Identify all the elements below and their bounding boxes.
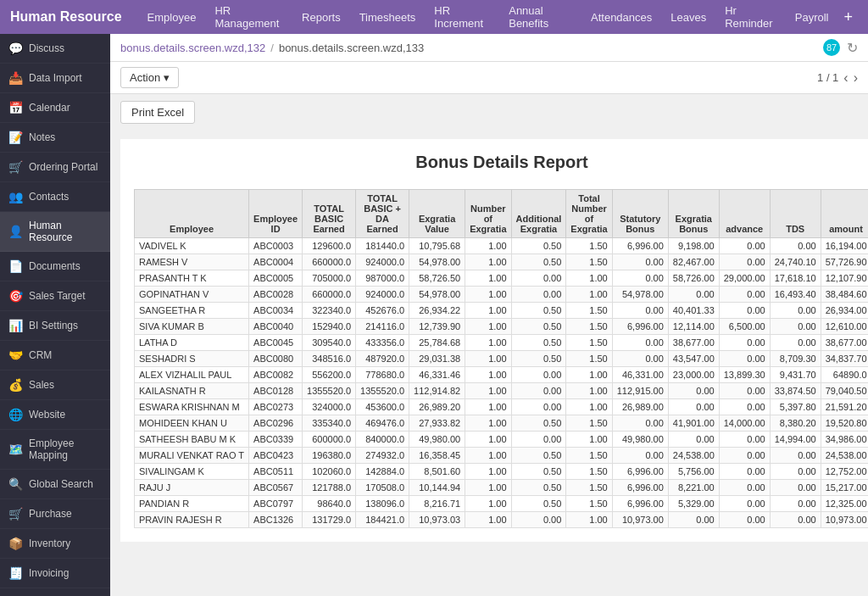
table-row: ALEX VIZHALIL PAULABC0082556200.0778680.…: [135, 367, 869, 383]
sidebar-item-calendar[interactable]: 📅Calendar: [0, 93, 110, 123]
breadcrumb-link[interactable]: bonus.details.screen.wzd,132: [120, 42, 265, 54]
sidebar-item-human-resource[interactable]: 👤Human Resource: [0, 212, 110, 252]
nav-hr-increment[interactable]: HR Increment: [426, 1, 498, 33]
table-cell: 38,484.60: [821, 287, 868, 303]
add-menu-button[interactable]: +: [838, 8, 858, 26]
next-page-button[interactable]: ›: [854, 70, 858, 86]
table-row: RAMESH VABC0004660000.0924000.054,978.00…: [135, 254, 869, 270]
table-cell: 469476.0: [356, 415, 409, 432]
table-cell: 121788.0: [303, 480, 356, 496]
table-cell: 0.50: [511, 464, 566, 480]
sidebar-item-discuss[interactable]: 💬Discuss: [0, 34, 110, 64]
nav-hr-reminder[interactable]: Hr Reminder: [716, 1, 785, 33]
table-cell: ABC0045: [249, 335, 303, 351]
table-cell: 1.00: [465, 432, 511, 448]
table-cell: 184421.0: [356, 512, 409, 528]
table-cell: 1.00: [566, 270, 612, 287]
sidebar-item-notes[interactable]: 📝Notes: [0, 123, 110, 153]
table-cell: 433356.0: [356, 335, 409, 351]
table-row: LATHA DABC0045309540.0433356.025,784.681…: [135, 335, 869, 351]
table-cell: RAJU J: [135, 480, 249, 496]
nav-employee[interactable]: Employee: [139, 8, 205, 27]
table-cell: 1.00: [465, 254, 511, 270]
table-cell: 16,194.00: [821, 238, 868, 254]
nav-leaves[interactable]: Leaves: [662, 8, 715, 27]
notification-badge[interactable]: 87: [823, 39, 840, 56]
sidebar-label: Employee Mapping: [29, 437, 102, 461]
table-cell: 1.00: [465, 399, 511, 415]
table-cell: 41,901.00: [668, 415, 719, 432]
table-cell: 0.50: [511, 238, 566, 254]
sidebar-item-website[interactable]: 🌐Website: [0, 400, 110, 430]
prev-page-button[interactable]: ‹: [843, 70, 848, 86]
table-cell: 33,874.50: [770, 383, 821, 399]
nav-hr-management[interactable]: HR Management: [206, 1, 292, 33]
sidebar-item-contacts[interactable]: 👥Contacts: [0, 182, 110, 212]
table-cell: 452676.0: [356, 303, 409, 319]
table-cell: 1.50: [566, 351, 612, 367]
table-cell: 129600.0: [303, 238, 356, 254]
table-cell: 10,973.00: [612, 512, 668, 528]
sidebar-item-sales-target[interactable]: 🎯Sales Target: [0, 281, 110, 311]
table-cell: ABC1326: [249, 512, 303, 528]
table-cell: 1.00: [465, 383, 511, 399]
sidebar-item-ordering-portal[interactable]: 🛒Ordering Portal: [0, 153, 110, 182]
nav-reports[interactable]: Reports: [293, 8, 349, 27]
nav-payroll[interactable]: Payroll: [787, 8, 837, 27]
table-cell: 0.00: [719, 351, 770, 367]
table-cell: 0.00: [511, 399, 566, 415]
action-bar: Action ▾ 1 / 1 ‹ ›: [110, 62, 868, 94]
table-cell: 6,500.00: [719, 319, 770, 335]
sidebar-item-employee-mapping[interactable]: 🗺️Employee Mapping: [0, 430, 110, 470]
table-cell: 19,520.80: [821, 415, 868, 432]
sidebar-item-data-import[interactable]: 📥Data Import: [0, 64, 110, 93]
table-cell: 0.00: [719, 303, 770, 319]
sidebar-item-documents[interactable]: 📄Documents: [0, 252, 110, 281]
sidebar-item-customer-support[interactable]: 🎧Customer Support: [0, 588, 110, 596]
table-cell: ABC0797: [249, 496, 303, 512]
table-cell: 0.00: [719, 464, 770, 480]
nav-annual-benefits[interactable]: Annual Benefits: [500, 1, 581, 33]
table-row: PRASANTH T KABC0005705000.0987000.058,72…: [135, 270, 869, 287]
refresh-icon[interactable]: ↻: [847, 40, 858, 56]
table-cell: LATHA D: [135, 335, 249, 351]
table-cell: 0.00: [770, 448, 821, 464]
sidebar-item-crm[interactable]: 🤝CRM: [0, 341, 110, 370]
action-arrow: ▾: [164, 71, 170, 84]
sidebar-icon: 🛒: [8, 507, 23, 521]
table-cell: 1355520.0: [356, 383, 409, 399]
table-cell: 12,325.00: [821, 496, 868, 512]
sidebar-item-purchase[interactable]: 🛒Purchase: [0, 499, 110, 529]
table-cell: 21,591.20: [821, 399, 868, 415]
sidebar-item-invoicing[interactable]: 🧾Invoicing: [0, 559, 110, 588]
table-cell: 25,784.68: [409, 335, 465, 351]
table-cell: 0.00: [719, 496, 770, 512]
table-cell: 14,994.00: [770, 432, 821, 448]
table-cell: 1.00: [465, 287, 511, 303]
action-button[interactable]: Action ▾: [120, 67, 179, 88]
sidebar-icon: 👥: [8, 190, 23, 203]
table-cell: 214116.0: [356, 319, 409, 335]
table-cell: 1.50: [566, 415, 612, 432]
table-cell: 600000.0: [303, 432, 356, 448]
sidebar-item-global-search[interactable]: 🔍Global Search: [0, 470, 110, 499]
col-add-exgratia: Additional Exgratia: [511, 190, 566, 238]
table-cell: ABC0273: [249, 399, 303, 415]
table-cell: 1.50: [566, 303, 612, 319]
sidebar-label: Inventory: [29, 538, 70, 549]
sidebar-item-bi-settings[interactable]: 📊BI Settings: [0, 311, 110, 341]
nav-attendances[interactable]: Attendances: [582, 8, 660, 27]
table-cell: 924000.0: [356, 254, 409, 270]
table-cell: 1.50: [566, 464, 612, 480]
sidebar-item-inventory[interactable]: 📦Inventory: [0, 529, 110, 559]
table-cell: 58,726.50: [409, 270, 465, 287]
col-tds: TDS: [770, 190, 821, 238]
nav-timesheets[interactable]: Timesheets: [351, 8, 425, 27]
print-excel-button[interactable]: Print Excel: [120, 101, 195, 124]
table-cell: 0.00: [770, 335, 821, 351]
table-cell: 34,837.70: [821, 351, 868, 367]
table-row: SANGEETHA RABC0034322340.0452676.026,934…: [135, 303, 869, 319]
sidebar-label: Purchase: [29, 508, 72, 520]
sidebar-item-sales[interactable]: 💰Sales: [0, 370, 110, 400]
table-cell: 12,610.00: [821, 319, 868, 335]
